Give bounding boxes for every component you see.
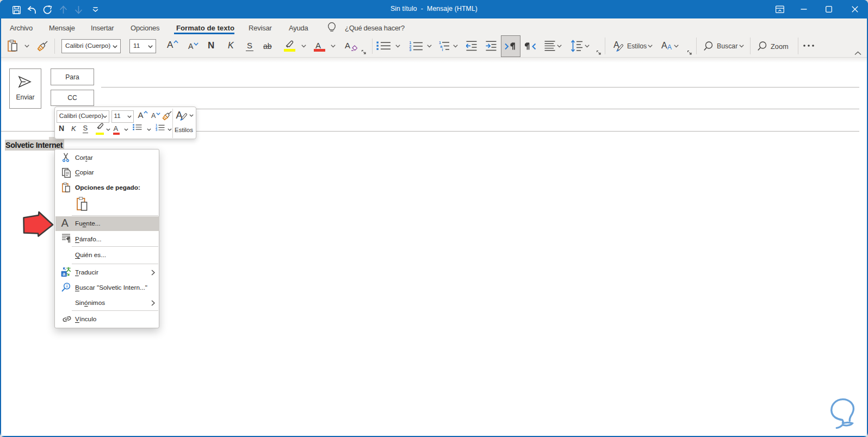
svg-text:i: i [442,48,443,51]
svg-text:3: 3 [156,128,157,131]
svg-text:3: 3 [410,48,412,51]
